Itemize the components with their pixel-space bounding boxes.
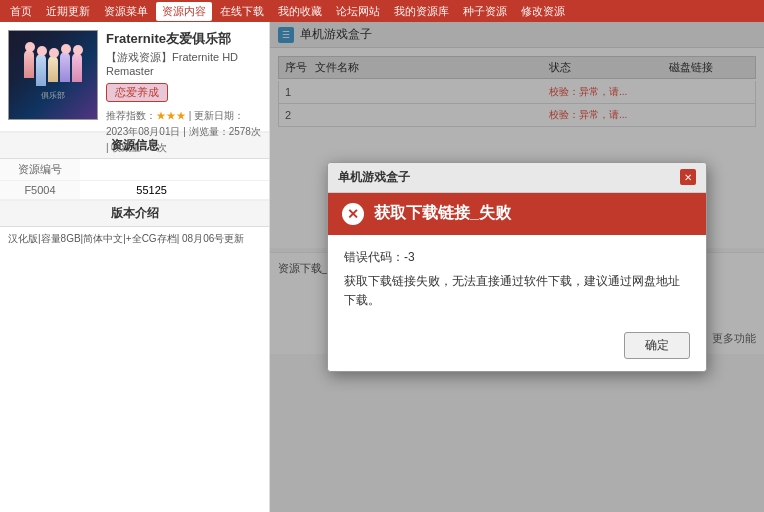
id-separator (80, 181, 128, 200)
modal-close-button[interactable]: ✕ (680, 169, 696, 185)
error-message: 获取下载链接失败，无法直接通过软件下载，建议通过网盘地址下载。 (344, 272, 690, 310)
error-icon: ✕ (342, 203, 364, 225)
table-row: F5004 55125 (0, 181, 269, 200)
nav-forum[interactable]: 论坛网站 (330, 2, 386, 21)
version-body: 汉化版|容量8GB|简体中文|+全CG存档| 08月06号更新 (0, 227, 269, 250)
error-code: 错误代码：-3 (344, 249, 690, 266)
resource-table: 资源编号 F5004 55125 (0, 159, 269, 200)
nav-menu[interactable]: 资源菜单 (98, 2, 154, 21)
id-value2: 55125 (128, 181, 269, 200)
id-spacer2 (128, 159, 269, 181)
rating-label: 推荐指数： (106, 110, 156, 121)
modal-dialog: 单机游戏盒子 ✕ ✕ 获取下载链接_失败 错误代码：-3 获取下载链接失败，无法… (327, 162, 707, 372)
id-spacer (80, 159, 128, 181)
version-text: 汉化版|容量8GB|简体中文|+全CG存档| 08月06号更新 (8, 231, 261, 246)
modal-titlebar: 单机游戏盒子 ✕ (328, 163, 706, 193)
game-info-right: Fraternite友爱俱乐部 【游戏资源】Fraternite HD Rema… (106, 30, 261, 123)
nav-modify[interactable]: 修改资源 (515, 2, 571, 21)
main-container: 俱乐部 Fraternite友爱俱乐部 【游戏资源】Fraternite HD … (0, 22, 764, 512)
view-count: 浏览量：2578次 (189, 126, 261, 137)
modal-titlebar-title: 单机游戏盒子 (338, 169, 410, 186)
nav-content[interactable]: 资源内容 (156, 2, 212, 21)
id-value1: F5004 (0, 181, 80, 200)
game-title-sub: 【游戏资源】Fraternite HD Remaster (106, 50, 261, 77)
game-header: 俱乐部 Fraternite友爱俱乐部 【游戏资源】Fraternite HD … (0, 22, 269, 132)
rating-stars: ★★★ (156, 110, 186, 121)
nav-collection[interactable]: 我的收藏 (272, 2, 328, 21)
modal-error-header: ✕ 获取下载链接_失败 (328, 193, 706, 235)
nav-online[interactable]: 在线下载 (214, 2, 270, 21)
error-title: 获取下载链接_失败 (374, 203, 511, 224)
modal-body: 错误代码：-3 获取下载链接失败，无法直接通过软件下载，建议通过网盘地址下载。 (328, 235, 706, 324)
game-title-main: Fraternite友爱俱乐部 (106, 30, 261, 48)
game-tag: 恋爱养成 (106, 83, 168, 102)
modal-footer: 确定 (328, 324, 706, 371)
nav-mylib[interactable]: 我的资源库 (388, 2, 455, 21)
table-row: 资源编号 (0, 159, 269, 181)
top-navigation: 首页 近期更新 资源菜单 资源内容 在线下载 我的收藏 论坛网站 我的资源库 种… (0, 0, 764, 22)
nav-seed[interactable]: 种子资源 (457, 2, 513, 21)
nav-home[interactable]: 首页 (4, 2, 38, 21)
version-section: 版本介绍 汉化版|容量8GB|简体中文|+全CG存档| 08月06号更新 (0, 200, 269, 250)
confirm-button[interactable]: 确定 (624, 332, 690, 359)
right-content: ☰ 单机游戏盒子 序号 文件名称 状态 磁盘链接 1 校验：异常，请... 2 … (270, 22, 764, 512)
left-sidebar: 俱乐部 Fraternite友爱俱乐部 【游戏资源】Fraternite HD … (0, 22, 270, 512)
modal-overlay: 单机游戏盒子 ✕ ✕ 获取下载链接_失败 错误代码：-3 获取下载链接失败，无法… (270, 22, 764, 512)
version-header: 版本介绍 (0, 201, 269, 227)
game-thumbnail: 俱乐部 (8, 30, 98, 120)
id-label: 资源编号 (0, 159, 80, 181)
nav-recent[interactable]: 近期更新 (40, 2, 96, 21)
